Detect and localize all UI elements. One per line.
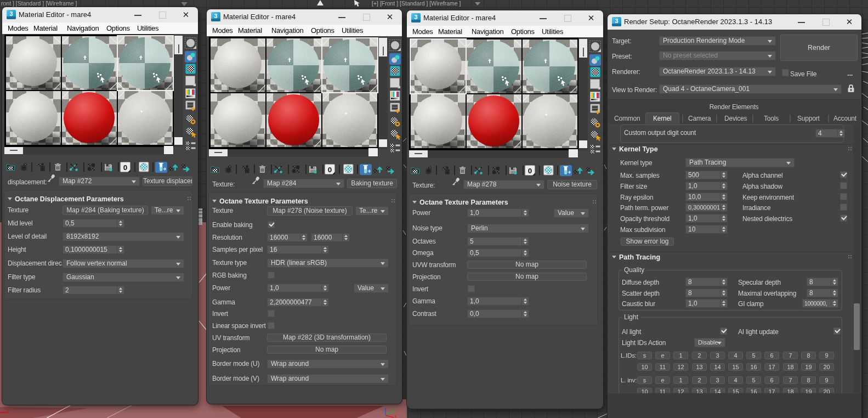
- svg-text:0: 0: [123, 163, 128, 172]
- svg-text:0: 0: [328, 166, 332, 174]
- svg-text:x: x: [394, 414, 397, 418]
- svg-text:0: 0: [528, 167, 532, 175]
- svg-text:y: y: [392, 405, 394, 411]
- svg-text:X: X: [6, 409, 10, 415]
